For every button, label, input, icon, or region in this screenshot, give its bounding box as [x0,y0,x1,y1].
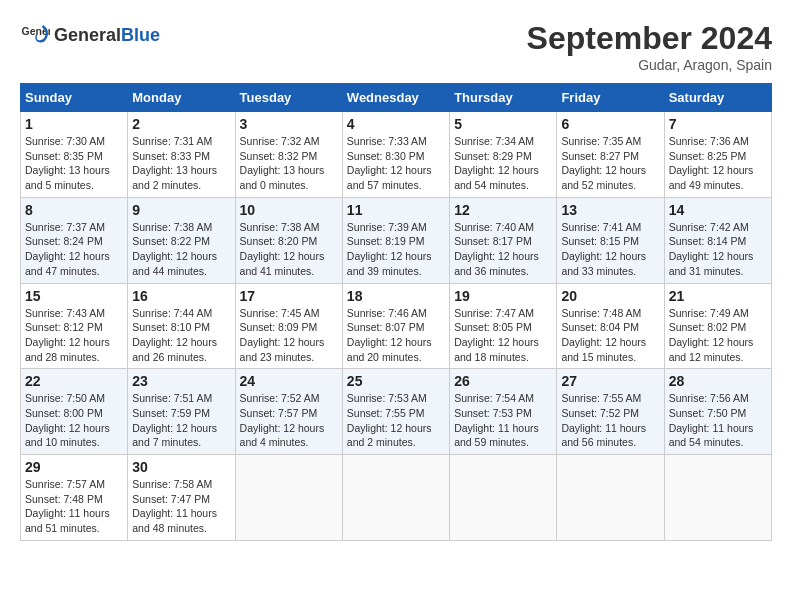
day-detail: Sunrise: 7:46 AMSunset: 8:07 PMDaylight:… [347,306,445,365]
day-number: 28 [669,373,767,389]
calendar-cell: 4Sunrise: 7:33 AMSunset: 8:30 PMDaylight… [342,112,449,198]
logo-general: General [54,25,121,45]
day-number: 1 [25,116,123,132]
logo: General GeneralBlue [20,20,160,50]
day-number: 11 [347,202,445,218]
calendar-cell: 22Sunrise: 7:50 AMSunset: 8:00 PMDayligh… [21,369,128,455]
day-number: 13 [561,202,659,218]
day-number: 19 [454,288,552,304]
day-detail: Sunrise: 7:49 AMSunset: 8:02 PMDaylight:… [669,306,767,365]
calendar-cell [664,455,771,541]
calendar-header-row: SundayMondayTuesdayWednesdayThursdayFrid… [21,84,772,112]
day-detail: Sunrise: 7:56 AMSunset: 7:50 PMDaylight:… [669,391,767,450]
day-detail: Sunrise: 7:41 AMSunset: 8:15 PMDaylight:… [561,220,659,279]
location-subtitle: Gudar, Aragon, Spain [527,57,772,73]
day-number: 4 [347,116,445,132]
logo-blue: Blue [121,25,160,45]
calendar-cell: 14Sunrise: 7:42 AMSunset: 8:14 PMDayligh… [664,197,771,283]
day-number: 7 [669,116,767,132]
day-number: 25 [347,373,445,389]
day-detail: Sunrise: 7:31 AMSunset: 8:33 PMDaylight:… [132,134,230,193]
calendar-cell: 8Sunrise: 7:37 AMSunset: 8:24 PMDaylight… [21,197,128,283]
calendar-cell: 10Sunrise: 7:38 AMSunset: 8:20 PMDayligh… [235,197,342,283]
calendar-cell: 7Sunrise: 7:36 AMSunset: 8:25 PMDaylight… [664,112,771,198]
day-detail: Sunrise: 7:36 AMSunset: 8:25 PMDaylight:… [669,134,767,193]
day-number: 2 [132,116,230,132]
column-header-wednesday: Wednesday [342,84,449,112]
column-header-sunday: Sunday [21,84,128,112]
calendar-cell: 28Sunrise: 7:56 AMSunset: 7:50 PMDayligh… [664,369,771,455]
day-number: 22 [25,373,123,389]
day-detail: Sunrise: 7:37 AMSunset: 8:24 PMDaylight:… [25,220,123,279]
calendar-cell: 2Sunrise: 7:31 AMSunset: 8:33 PMDaylight… [128,112,235,198]
calendar-week-row: 22Sunrise: 7:50 AMSunset: 8:00 PMDayligh… [21,369,772,455]
day-detail: Sunrise: 7:34 AMSunset: 8:29 PMDaylight:… [454,134,552,193]
calendar-cell: 11Sunrise: 7:39 AMSunset: 8:19 PMDayligh… [342,197,449,283]
calendar-cell: 15Sunrise: 7:43 AMSunset: 8:12 PMDayligh… [21,283,128,369]
day-detail: Sunrise: 7:53 AMSunset: 7:55 PMDaylight:… [347,391,445,450]
day-detail: Sunrise: 7:51 AMSunset: 7:59 PMDaylight:… [132,391,230,450]
calendar-cell [235,455,342,541]
day-detail: Sunrise: 7:42 AMSunset: 8:14 PMDaylight:… [669,220,767,279]
day-number: 6 [561,116,659,132]
day-number: 15 [25,288,123,304]
day-number: 23 [132,373,230,389]
calendar-cell: 27Sunrise: 7:55 AMSunset: 7:52 PMDayligh… [557,369,664,455]
calendar-cell: 26Sunrise: 7:54 AMSunset: 7:53 PMDayligh… [450,369,557,455]
calendar-cell: 16Sunrise: 7:44 AMSunset: 8:10 PMDayligh… [128,283,235,369]
calendar-cell: 1Sunrise: 7:30 AMSunset: 8:35 PMDaylight… [21,112,128,198]
day-number: 24 [240,373,338,389]
day-detail: Sunrise: 7:47 AMSunset: 8:05 PMDaylight:… [454,306,552,365]
day-detail: Sunrise: 7:50 AMSunset: 8:00 PMDaylight:… [25,391,123,450]
calendar-week-row: 15Sunrise: 7:43 AMSunset: 8:12 PMDayligh… [21,283,772,369]
day-detail: Sunrise: 7:40 AMSunset: 8:17 PMDaylight:… [454,220,552,279]
day-detail: Sunrise: 7:52 AMSunset: 7:57 PMDaylight:… [240,391,338,450]
column-header-saturday: Saturday [664,84,771,112]
calendar-cell: 6Sunrise: 7:35 AMSunset: 8:27 PMDaylight… [557,112,664,198]
calendar-cell: 25Sunrise: 7:53 AMSunset: 7:55 PMDayligh… [342,369,449,455]
day-number: 16 [132,288,230,304]
day-detail: Sunrise: 7:38 AMSunset: 8:22 PMDaylight:… [132,220,230,279]
day-number: 5 [454,116,552,132]
calendar-cell: 19Sunrise: 7:47 AMSunset: 8:05 PMDayligh… [450,283,557,369]
day-number: 10 [240,202,338,218]
calendar-cell [342,455,449,541]
day-number: 9 [132,202,230,218]
day-detail: Sunrise: 7:39 AMSunset: 8:19 PMDaylight:… [347,220,445,279]
column-header-friday: Friday [557,84,664,112]
day-detail: Sunrise: 7:58 AMSunset: 7:47 PMDaylight:… [132,477,230,536]
day-detail: Sunrise: 7:54 AMSunset: 7:53 PMDaylight:… [454,391,552,450]
day-number: 3 [240,116,338,132]
day-number: 14 [669,202,767,218]
day-detail: Sunrise: 7:57 AMSunset: 7:48 PMDaylight:… [25,477,123,536]
day-number: 27 [561,373,659,389]
day-detail: Sunrise: 7:35 AMSunset: 8:27 PMDaylight:… [561,134,659,193]
calendar-week-row: 29Sunrise: 7:57 AMSunset: 7:48 PMDayligh… [21,455,772,541]
calendar-cell: 23Sunrise: 7:51 AMSunset: 7:59 PMDayligh… [128,369,235,455]
calendar-cell: 5Sunrise: 7:34 AMSunset: 8:29 PMDaylight… [450,112,557,198]
calendar-cell: 9Sunrise: 7:38 AMSunset: 8:22 PMDaylight… [128,197,235,283]
month-year-title: September 2024 [527,20,772,57]
calendar-cell: 18Sunrise: 7:46 AMSunset: 8:07 PMDayligh… [342,283,449,369]
calendar-cell: 29Sunrise: 7:57 AMSunset: 7:48 PMDayligh… [21,455,128,541]
day-number: 18 [347,288,445,304]
day-number: 20 [561,288,659,304]
column-header-tuesday: Tuesday [235,84,342,112]
day-detail: Sunrise: 7:55 AMSunset: 7:52 PMDaylight:… [561,391,659,450]
day-detail: Sunrise: 7:44 AMSunset: 8:10 PMDaylight:… [132,306,230,365]
calendar-cell: 30Sunrise: 7:58 AMSunset: 7:47 PMDayligh… [128,455,235,541]
calendar-cell: 24Sunrise: 7:52 AMSunset: 7:57 PMDayligh… [235,369,342,455]
day-number: 21 [669,288,767,304]
calendar-cell: 12Sunrise: 7:40 AMSunset: 8:17 PMDayligh… [450,197,557,283]
calendar-cell [450,455,557,541]
logo-text: GeneralBlue [54,25,160,46]
column-header-thursday: Thursday [450,84,557,112]
logo-icon: General [20,20,50,50]
day-detail: Sunrise: 7:30 AMSunset: 8:35 PMDaylight:… [25,134,123,193]
calendar-week-row: 8Sunrise: 7:37 AMSunset: 8:24 PMDaylight… [21,197,772,283]
calendar-cell [557,455,664,541]
calendar-week-row: 1Sunrise: 7:30 AMSunset: 8:35 PMDaylight… [21,112,772,198]
day-detail: Sunrise: 7:48 AMSunset: 8:04 PMDaylight:… [561,306,659,365]
calendar-cell: 13Sunrise: 7:41 AMSunset: 8:15 PMDayligh… [557,197,664,283]
calendar-cell: 3Sunrise: 7:32 AMSunset: 8:32 PMDaylight… [235,112,342,198]
